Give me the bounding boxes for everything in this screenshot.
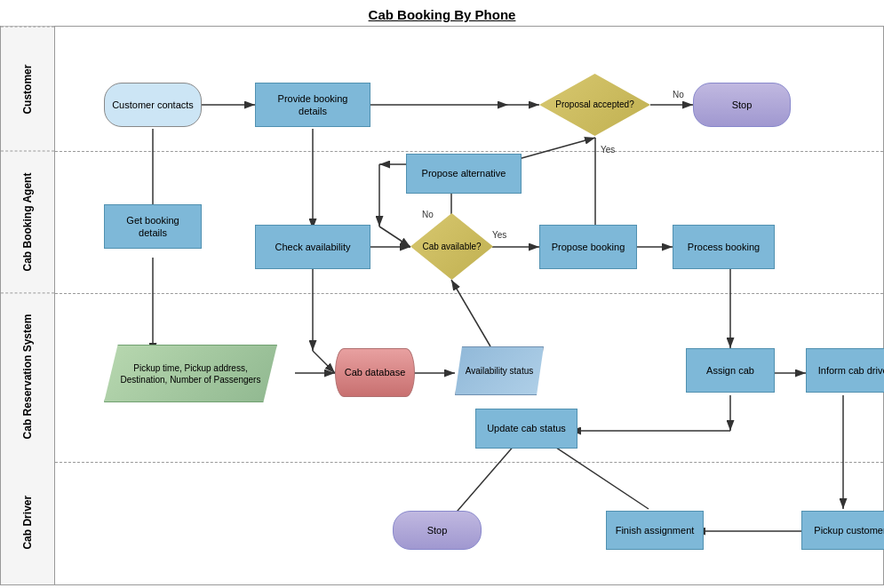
svg-line-19 bbox=[451, 280, 490, 346]
inform-cab-driver: Inform cab driver bbox=[806, 348, 884, 393]
update-cab-status: Update cab status bbox=[475, 409, 577, 449]
pickup-info: Pickup time, Pickup address, Destination… bbox=[104, 345, 277, 402]
lane-divider-3 bbox=[55, 462, 883, 463]
page-title: Cab Booking By Phone bbox=[0, 0, 884, 26]
stop-top: Stop bbox=[693, 83, 791, 127]
diagram-area: No Yes Yes No Customer contacts Provide … bbox=[55, 26, 884, 585]
svg-line-14 bbox=[379, 226, 410, 247]
customer-contacts: Customer contacts bbox=[104, 83, 202, 127]
check-availability: Check availability bbox=[255, 225, 370, 269]
no-label-top: No bbox=[673, 90, 684, 99]
lane-divider-1 bbox=[55, 151, 883, 152]
pickup-customer: Pickup customer bbox=[801, 511, 884, 550]
yes-label-diamond: Yes bbox=[601, 145, 615, 155]
availability-status: Availability status bbox=[455, 346, 544, 395]
lane-system-label: Cab Reservation System bbox=[1, 292, 54, 460]
cab-available-diamond: Cab available? bbox=[410, 213, 493, 280]
cab-database: Cab database bbox=[335, 348, 415, 397]
process-booking: Process booking bbox=[673, 225, 775, 269]
yes-label-cab: Yes bbox=[492, 230, 506, 240]
provide-booking-details: Provide booking details bbox=[255, 83, 370, 127]
stop-bottom: Stop bbox=[393, 511, 482, 550]
proposal-accepted-diamond: Proposal accepted? bbox=[539, 74, 650, 136]
assign-cab: Assign cab bbox=[686, 348, 775, 393]
lane-divider-2 bbox=[55, 293, 883, 294]
lane-customer-label: Customer bbox=[1, 27, 54, 151]
propose-booking: Propose booking bbox=[539, 225, 637, 269]
finish-assignment: Finish assignment bbox=[606, 511, 704, 550]
get-booking-details: Get booking details bbox=[104, 204, 202, 249]
svg-line-21 bbox=[313, 351, 335, 373]
diagram-wrapper: Customer Cab Booking Agent Cab Reservati… bbox=[0, 26, 884, 585]
lane-driver-label: Cab Driver bbox=[1, 460, 54, 584]
lanes-labels: Customer Cab Booking Agent Cab Reservati… bbox=[0, 26, 55, 585]
propose-alternative: Propose alternative bbox=[406, 154, 522, 194]
lane-agent-label: Cab Booking Agent bbox=[1, 151, 54, 293]
